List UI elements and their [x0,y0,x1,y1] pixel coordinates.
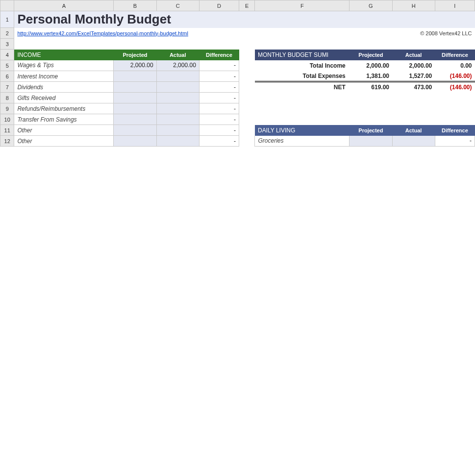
projected-cell[interactable] [114,125,156,136]
projected-cell[interactable] [114,103,156,114]
copyright: © 2008 Vertex42 LLC [255,28,475,39]
difference-cell: - [199,71,239,82]
difference-cell: - [199,125,239,136]
col-header-E[interactable]: E [239,0,255,11]
projected-cell[interactable] [114,93,156,103]
line-item[interactable]: Other [14,125,114,136]
line-item[interactable]: Wages & Tips [14,60,114,71]
spreadsheet[interactable]: ABCDEFGHI1Personal Monthly Budget2http:/… [0,0,475,147]
col-header-D[interactable]: D [199,0,239,11]
projected-cell[interactable] [114,136,156,147]
difference-cell: - [199,60,239,71]
line-item[interactable]: Gifts Received [14,93,114,103]
page-title: Personal Monthly Budget [14,11,475,28]
difference-cell: - [199,82,239,93]
actual-cell[interactable] [156,125,199,136]
actual-cell[interactable] [156,71,199,82]
line-item[interactable]: Groceries [255,136,350,147]
difference-cell: - [199,103,239,114]
difference-cell: - [199,114,239,125]
summary-net: NET [255,82,350,93]
col-header-H[interactable]: H [392,0,435,11]
col-header-A[interactable]: A [14,0,114,11]
line-item[interactable]: Refunds/Reimbursements [14,103,114,114]
actual-cell[interactable] [392,136,435,147]
actual-cell[interactable]: 2,000.00 [156,60,199,71]
difference-cell: - [435,136,475,147]
projected-cell[interactable] [350,136,392,147]
summary-total-expenses: Total Expenses [255,71,350,82]
col-header-F[interactable]: F [255,0,350,11]
line-item[interactable]: Other [14,136,114,147]
projected-cell[interactable] [114,71,156,82]
col-header-B[interactable]: B [114,0,156,11]
col-header-G[interactable]: G [350,0,392,11]
line-item[interactable]: Interest Income [14,71,114,82]
actual-cell[interactable] [156,82,199,93]
line-item[interactable]: Dividends [14,82,114,93]
projected-cell[interactable] [114,82,156,93]
actual-cell[interactable] [156,103,199,114]
col-header-I[interactable]: I [435,0,475,11]
line-item[interactable]: Transfer From Savings [14,114,114,125]
col-header-C[interactable]: C [156,0,199,11]
section-daily-living: DAILY LIVING [255,125,350,136]
difference-cell: - [199,136,239,147]
section-income: INCOME [14,50,114,60]
actual-cell[interactable] [156,136,199,147]
template-link[interactable]: http://www.vertex42.com/ExcelTemplates/p… [17,30,188,36]
summary-total-income: Total Income [255,60,350,71]
summary-header: MONTHLY BUDGET SUMI [255,50,350,60]
projected-cell[interactable]: 2,000.00 [114,60,156,71]
difference-cell: - [199,93,239,103]
actual-cell[interactable] [156,93,199,103]
projected-cell[interactable] [114,114,156,125]
actual-cell[interactable] [156,114,199,125]
